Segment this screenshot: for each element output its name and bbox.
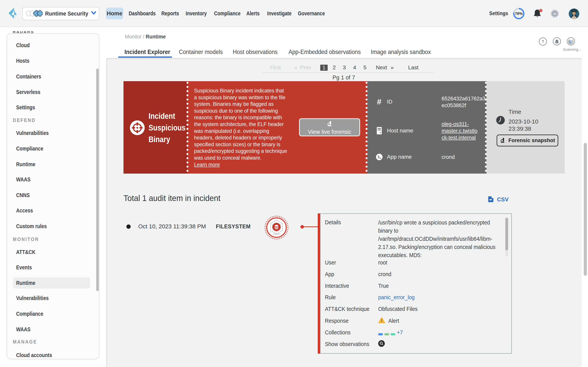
svg-text:#: # — [377, 98, 381, 106]
svg-text:78%: 78% — [515, 11, 523, 16]
svg-text:?: ? — [542, 39, 544, 44]
svg-text:AI: AI — [553, 12, 556, 15]
